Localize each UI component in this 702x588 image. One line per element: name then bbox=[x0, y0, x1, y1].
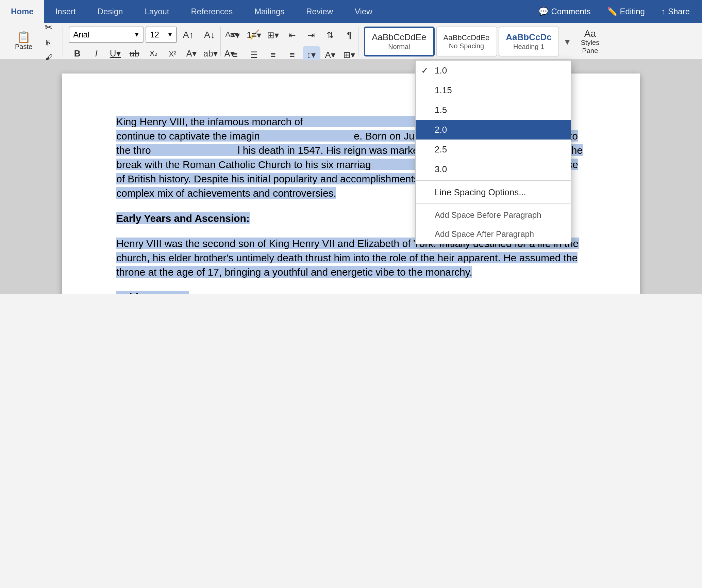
check-icon: ✓ bbox=[421, 65, 429, 76]
numbering-button[interactable]: 1≡▾ bbox=[245, 26, 263, 44]
font-name-select[interactable]: Arial ▾ bbox=[68, 26, 143, 43]
tab-view[interactable]: View bbox=[344, 0, 383, 23]
font-dropdown-arrow: ▾ bbox=[135, 31, 138, 38]
paste-button[interactable]: 📋 Paste bbox=[10, 31, 38, 52]
line-spacing-options[interactable]: Line Spacing Options... bbox=[416, 182, 571, 202]
editing-button[interactable]: ✏️ Editing bbox=[600, 4, 652, 19]
tab-review[interactable]: Review bbox=[295, 0, 344, 23]
add-space-after[interactable]: Add Space After Paragraph bbox=[416, 225, 571, 244]
menu-divider-2 bbox=[416, 203, 571, 204]
font-group: Arial ▾ 12 ▾ A↑ A↓ Aa▾ 🧹 B I U▾ bbox=[64, 26, 221, 56]
header-right-buttons: 💬 Comments ✏️ Editing ↑ Share bbox=[532, 0, 702, 23]
copy-button[interactable]: ⎘ bbox=[39, 36, 58, 49]
increase-indent-button[interactable]: ⇥ bbox=[302, 26, 320, 44]
tab-design[interactable]: Design bbox=[87, 0, 134, 23]
cut-button[interactable]: ✂ bbox=[39, 19, 58, 34]
spacing-1-5[interactable]: 1.5 bbox=[416, 100, 571, 120]
share-icon: ↑ bbox=[661, 7, 665, 16]
document-container: King Henry VIII, the infamous monarch of… bbox=[0, 60, 702, 294]
style-normal[interactable]: AaBbCcDdEe Normal bbox=[364, 26, 434, 56]
spacing-2-0[interactable]: 2.0 bbox=[416, 120, 571, 140]
increase-font-button[interactable]: A↑ bbox=[179, 27, 198, 42]
bullets-button[interactable]: ≡▾ bbox=[226, 26, 244, 44]
multilevel-button[interactable]: ⊞▾ bbox=[264, 26, 282, 44]
tab-mailings[interactable]: Mailings bbox=[244, 0, 295, 23]
spacing-2-5[interactable]: 2.5 bbox=[416, 140, 571, 159]
spacing-1-15[interactable]: 1.15 bbox=[416, 80, 571, 100]
show-marks-button[interactable]: ¶ bbox=[340, 26, 358, 44]
decrease-indent-button[interactable]: ⇤ bbox=[283, 26, 301, 44]
font-size-select[interactable]: 12 ▾ bbox=[145, 26, 177, 43]
styles-pane-icon: Aa bbox=[584, 28, 596, 38]
comment-icon: 💬 bbox=[538, 7, 549, 16]
comments-button[interactable]: 💬 Comments bbox=[532, 4, 598, 19]
style-no-spacing[interactable]: AaBbCcDdEe No Spacing bbox=[436, 26, 497, 56]
clipboard-group: 📋 Paste ✂ ⎘ 🖌 bbox=[5, 26, 63, 56]
styles-more-button[interactable]: ▾ bbox=[561, 36, 574, 47]
spacing-1-0[interactable]: ✓ 1.0 bbox=[416, 61, 571, 80]
heading-early-years: Early Years and Ascension: bbox=[116, 212, 250, 224]
main-area: King Henry VIII, the infamous monarch of… bbox=[0, 60, 702, 294]
style-heading1[interactable]: AaBbCcDc Heading 1 bbox=[498, 26, 559, 56]
share-button[interactable]: ↑ Share bbox=[654, 4, 697, 19]
pencil-icon: ✏️ bbox=[607, 7, 617, 16]
spacing-3-0[interactable]: 3.0 bbox=[416, 159, 571, 179]
tab-home[interactable]: Home bbox=[0, 0, 45, 23]
styles-pane-button[interactable]: Aa StylesPane bbox=[575, 26, 605, 56]
tab-row: Home Insert Design Layout References Mai… bbox=[0, 0, 702, 23]
heading-achievements: Achievements: bbox=[116, 291, 189, 294]
sort-button[interactable]: ⇅ bbox=[321, 26, 339, 44]
line-spacing-dropdown: ✓ 1.0 1.15 1.5 2.0 2.5 3.0 bbox=[415, 60, 571, 244]
ribbon: Home Insert Design Layout References Mai… bbox=[0, 0, 702, 60]
paste-icon: 📋 bbox=[17, 32, 31, 43]
size-dropdown-arrow: ▾ bbox=[168, 31, 172, 38]
decrease-font-button[interactable]: A↓ bbox=[200, 27, 219, 42]
add-space-before[interactable]: Add Space Before Paragraph bbox=[416, 206, 571, 225]
styles-group: AaBbCcDdEe Normal AaBbCcDdEe No Spacing … bbox=[360, 26, 697, 56]
tab-layout[interactable]: Layout bbox=[134, 0, 180, 23]
paragraph-group: ≡▾ 1≡▾ ⊞▾ ⇤ ⇥ ⇅ ¶ ≡ ☰ ≡ ≡ ↕▾ A▾ ⊞▾ bbox=[222, 26, 358, 56]
paragraph-heading-2: Achievements: bbox=[116, 290, 586, 294]
tab-references[interactable]: References bbox=[180, 0, 244, 23]
menu-divider-1 bbox=[416, 180, 571, 181]
toolbar-main: 📋 Paste ✂ ⎘ 🖌 Arial ▾ 12 bbox=[0, 23, 702, 60]
